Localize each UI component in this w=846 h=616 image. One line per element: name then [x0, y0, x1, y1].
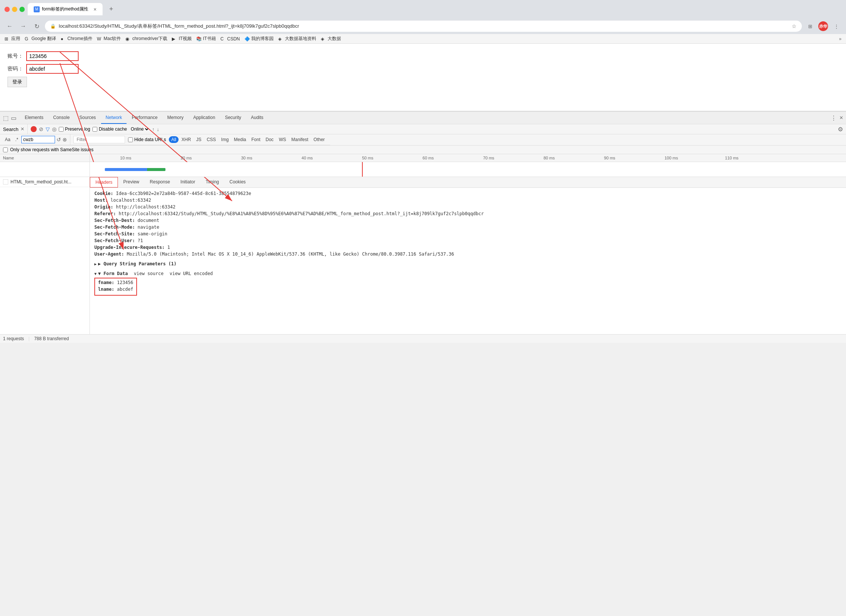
search-cancel-icon[interactable]: ⊗ — [63, 137, 67, 143]
hide-data-urls-checkbox[interactable] — [128, 137, 133, 142]
filter-doc[interactable]: Doc — [264, 136, 276, 143]
filter-js[interactable]: JS — [194, 136, 204, 143]
bookmark-itbook[interactable]: 📚 IT书籍 — [196, 36, 216, 42]
headers-tab-cookies[interactable]: Cookies — [224, 177, 251, 187]
headers-tab-headers[interactable]: Headers — [90, 177, 118, 187]
preserve-log-label[interactable]: Preserve log — [59, 126, 90, 132]
header-sec-fetch-site-name: Sec-Fetch-Site: — [94, 231, 138, 237]
bookmark-chromedriver[interactable]: ◉ chromedriver下载 — [125, 36, 167, 42]
throttle-select[interactable]: Online — [129, 126, 150, 132]
header-host: Host: localhost:63342 — [94, 198, 842, 203]
filter-font[interactable]: Font — [249, 136, 263, 143]
tab-network[interactable]: Network — [101, 112, 127, 124]
filter-css[interactable]: CSS — [204, 136, 218, 143]
disable-cache-checkbox[interactable] — [92, 127, 97, 132]
clear-button[interactable]: ⊘ — [39, 126, 43, 132]
upload-icon[interactable]: ↑ — [152, 126, 155, 132]
samesite-checkbox[interactable] — [3, 147, 8, 152]
tab-sources[interactable]: Sources — [75, 112, 100, 124]
case-sensitive-button[interactable]: Aa — [3, 136, 12, 143]
device-icon[interactable]: ▭ — [11, 115, 16, 122]
password-input[interactable] — [26, 64, 79, 74]
headers-tab-response[interactable]: Response — [144, 177, 175, 187]
close-button[interactable] — [4, 7, 10, 12]
form-data-view-url-encoded[interactable]: view URL encoded — [170, 271, 213, 276]
more-options-icon[interactable]: ⋮ — [831, 115, 837, 122]
filter-input-wrap[interactable] — [73, 136, 125, 143]
browser-tab[interactable]: M form标签的method属性 × — [28, 3, 103, 15]
filter-xhr[interactable]: XHR — [179, 136, 193, 143]
filter-img[interactable]: Img — [219, 136, 231, 143]
tab-security[interactable]: Security — [220, 112, 246, 124]
tab-audits[interactable]: Audits — [246, 112, 268, 124]
inspect-icon[interactable]: ⬚ — [3, 115, 9, 122]
search-close-icon[interactable]: × — [21, 126, 24, 132]
filter-all[interactable]: All — [169, 136, 178, 143]
header-origin-value: http://localhost:63342 — [116, 204, 176, 210]
filter-ws[interactable]: WS — [277, 136, 288, 143]
request-bar — [105, 168, 165, 171]
headers-tab-preview[interactable]: Preview — [118, 177, 144, 187]
header-origin-name: Origin: — [94, 204, 116, 210]
filter-other[interactable]: Other — [311, 136, 327, 143]
headers-tab-initiator[interactable]: Initiator — [175, 177, 200, 187]
new-tab-button[interactable]: + — [106, 4, 117, 15]
headers-tab-timing[interactable]: Timing — [200, 177, 224, 187]
extensions-icon[interactable]: ⊞ — [805, 21, 815, 31]
name-item-0[interactable]: HTML_form_method_post.ht... — [0, 177, 89, 187]
disable-cache-label[interactable]: Disable cache — [92, 126, 127, 132]
search-input[interactable] — [23, 137, 53, 142]
bookmark-bigdata-base[interactable]: ◈ 大数据基地资料 — [278, 36, 316, 42]
bookmark-blog[interactable]: 🔷 我的博客园 — [244, 36, 274, 42]
bookmark-apps[interactable]: ⊞ 应用 — [4, 36, 20, 42]
bookmark-chrome-extension[interactable]: ● Chrome插件 — [61, 36, 92, 42]
query-string-section[interactable]: ▶ Query String Parameters (1) — [94, 258, 842, 268]
close-devtools-icon[interactable]: × — [840, 115, 843, 121]
bookmarks-overflow[interactable]: » — [839, 36, 842, 42]
header-upgrade-value: 1 — [167, 245, 170, 250]
hide-data-urls-label[interactable]: Hide data URLs — [128, 137, 166, 142]
forward-button[interactable]: → — [18, 21, 28, 31]
back-button[interactable]: ← — [4, 21, 15, 31]
form-data-view-source[interactable]: view source — [134, 271, 164, 276]
regex-button[interactable]: .* — [14, 137, 20, 143]
capture-icon[interactable]: ◎ — [52, 126, 57, 132]
tab-elements[interactable]: Elements — [20, 112, 48, 124]
tab-performance[interactable]: Performance — [127, 112, 162, 124]
filter-icon[interactable]: ▽ — [46, 126, 50, 132]
download-icon[interactable]: ↓ — [157, 126, 159, 132]
form-data-fname-value: 123456 — [117, 280, 133, 285]
record-button[interactable] — [31, 126, 37, 132]
tab-memory[interactable]: Memory — [163, 112, 188, 124]
form-data-section[interactable]: ▼ Form Data view source view URL encoded — [94, 268, 842, 278]
devtools-panel: ⬚ ▭ Elements Console Sources Network Per… — [0, 111, 846, 343]
preserve-log-checkbox[interactable] — [59, 127, 64, 132]
reload-button[interactable]: ↻ — [31, 21, 42, 31]
form-data-items: fname: 123456 lname: abcdef — [94, 278, 137, 296]
tab-close-button[interactable]: × — [94, 6, 97, 12]
bookmark-translate[interactable]: G Google 翻译 — [25, 36, 56, 42]
url-bar[interactable]: 🔒 localhost:63342/Study/HTML_Study/表单标签/… — [45, 21, 802, 32]
filter-media[interactable]: Media — [232, 136, 249, 143]
tab-console[interactable]: Console — [49, 112, 74, 124]
tab-application[interactable]: Application — [189, 112, 220, 124]
bookmark-csdn[interactable]: C CSDN — [220, 36, 240, 42]
account-input[interactable] — [26, 51, 79, 61]
minimize-button[interactable] — [12, 7, 17, 12]
login-button[interactable]: 登录 — [7, 77, 27, 87]
bookmark-mac[interactable]: W Mac软件 — [97, 36, 121, 42]
bookmark-star-icon[interactable]: ☆ — [792, 23, 797, 29]
headers-content: Cookie: Idea-6cc3b902=2e72a84b-9587-445d… — [90, 188, 846, 299]
menu-icon[interactable]: ⋮ — [831, 21, 842, 31]
timeline-name-cell — [0, 162, 90, 177]
bookmark-itvideo[interactable]: ▶ IT视频 — [172, 36, 192, 42]
filter-input[interactable] — [77, 137, 122, 142]
settings-icon[interactable]: ⚙ — [835, 126, 846, 133]
search-input-wrap[interactable] — [21, 136, 55, 143]
filter-manifest[interactable]: Manifest — [289, 136, 310, 143]
maximize-button[interactable] — [19, 7, 25, 12]
bookmark-bigdata[interactable]: ◈ 大数据 — [321, 36, 341, 42]
user-avatar[interactable]: 赤华 — [818, 21, 828, 31]
search-refresh-icon[interactable]: ↺ — [57, 137, 61, 143]
header-sec-fetch-mode: Sec-Fetch-Mode: navigate — [94, 225, 842, 230]
